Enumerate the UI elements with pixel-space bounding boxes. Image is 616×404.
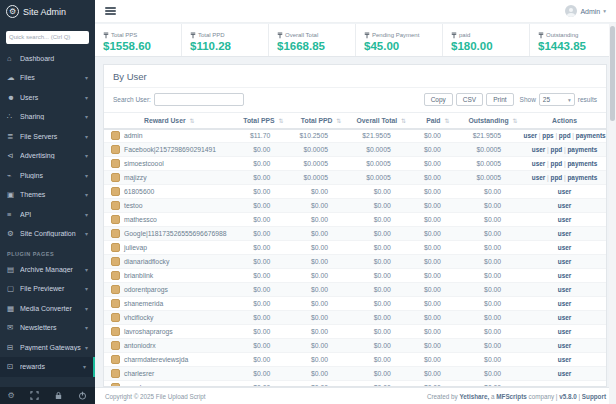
- power-icon[interactable]: [78, 391, 87, 400]
- action-user-link[interactable]: user: [524, 132, 538, 139]
- action-user-link[interactable]: user: [558, 202, 572, 209]
- column-header[interactable]: Total PPD ⇅: [292, 113, 350, 129]
- action-ppd-link[interactable]: ppd: [551, 146, 563, 153]
- action-user-link[interactable]: user: [532, 174, 546, 181]
- sidebar-item[interactable]: ▣ Themes ▾: [0, 185, 95, 205]
- action-user-link[interactable]: user: [558, 216, 572, 223]
- user-avatar-icon: [111, 313, 120, 322]
- action-user-link[interactable]: user: [558, 244, 572, 251]
- sidebar-item[interactable]: ▦ Media Converter ▾: [0, 299, 95, 319]
- reward-user-name: Facebook|2157298690291491: [124, 146, 216, 153]
- outstanding-cell: $0.0005: [463, 143, 523, 157]
- sidebar: ⚙ Site Admin ⌂ Dashboard ☁ Files ▾: [0, 0, 95, 404]
- chevron-down-icon: ▾: [85, 94, 88, 101]
- stat-card: Pending Payment $45.00: [356, 24, 443, 56]
- action-user-link[interactable]: user: [558, 300, 572, 307]
- users-icon: ☻: [7, 93, 20, 102]
- column-header[interactable]: Paid ⇅: [413, 113, 463, 129]
- action-user-link[interactable]: user: [532, 160, 546, 167]
- sidebar-menu: ⌂ Dashboard ☁ Files ▾ ☻ Users ▾ ∴: [0, 49, 95, 244]
- column-header[interactable]: Total PPS ⇅: [235, 113, 293, 129]
- action-user-link[interactable]: user: [558, 328, 572, 335]
- actions-cell: user: [523, 339, 606, 353]
- settings-icon[interactable]: ⚙: [8, 392, 15, 400]
- action-pps-link[interactable]: pps: [542, 132, 553, 139]
- sidebar-item[interactable]: ⌁ Plugins ▾: [0, 166, 95, 186]
- sidebar-item[interactable]: ▤ Archive Manager ▾: [0, 260, 95, 280]
- scrollbar-track[interactable]: [609, 24, 616, 404]
- money-icon: [103, 32, 109, 39]
- sidebar-item[interactable]: ⊟ Payment Gateways ▾: [0, 338, 95, 358]
- sidebar-item[interactable]: ⚙ Site Configuration ▾: [0, 224, 95, 244]
- chevron-down-icon: ▾: [85, 344, 88, 351]
- total-pps-cell: $0.00: [235, 143, 293, 157]
- media-icon: ▦: [7, 304, 20, 313]
- action-user-link[interactable]: user: [558, 286, 572, 293]
- paid-cell: $0.00: [413, 129, 463, 143]
- home-icon: ⌂: [7, 54, 20, 63]
- user-menu[interactable]: Admin ▾: [565, 5, 606, 17]
- scrollbar-thumb[interactable]: [610, 26, 615, 121]
- mfscripts-link[interactable]: MFScripts: [496, 393, 526, 400]
- action-ppd-link[interactable]: ppd: [551, 160, 563, 167]
- action-user-link[interactable]: user: [558, 230, 572, 237]
- total-pps-cell: $0.00: [235, 171, 293, 185]
- export-button[interactable]: Copy: [424, 93, 453, 106]
- column-header[interactable]: Actions: [523, 113, 606, 129]
- column-header[interactable]: Outstanding ⇅: [463, 113, 523, 129]
- overall-total-cell: $0.00: [350, 283, 413, 297]
- user-avatar-icon: [111, 243, 120, 252]
- action-user-link[interactable]: user: [558, 258, 572, 265]
- action-user-link[interactable]: user: [558, 356, 572, 363]
- total-pps-cell: $0.00: [235, 199, 293, 213]
- overall-total-cell: $0.00: [350, 353, 413, 367]
- export-button[interactable]: Print: [486, 93, 513, 106]
- reward-user-name: odorentparogs: [124, 286, 168, 293]
- action-payments-link[interactable]: payments: [567, 174, 597, 181]
- sidebar-item[interactable]: ⌂ Dashboard: [0, 49, 95, 69]
- search-user-input[interactable]: [154, 93, 244, 106]
- action-payments-link[interactable]: payments: [576, 132, 606, 139]
- quick-search-input[interactable]: [6, 31, 89, 44]
- table-body: admin $11.70 $10.2505 $21.9505 $0.00 $21…: [104, 129, 606, 388]
- action-user-link[interactable]: user: [558, 272, 572, 279]
- sidebar-item[interactable]: ▢ File Previewer ▾: [0, 279, 95, 299]
- sidebar-item[interactable]: ✉ Newsletters ▾: [0, 318, 95, 338]
- actions-cell: user: [523, 199, 606, 213]
- user-avatar-icon: [111, 271, 120, 280]
- sidebar-item[interactable]: ≡ API ▾: [0, 205, 95, 225]
- by-user-panel: By User Search User: Copy CSV Print Show…: [103, 64, 607, 387]
- paid-cell: $0.00: [413, 339, 463, 353]
- column-header[interactable]: Overall Total ⇅: [350, 113, 413, 129]
- action-payments-link[interactable]: payments: [567, 146, 597, 153]
- sidebar-item[interactable]: ☻ Users ▾: [0, 88, 95, 108]
- support-link[interactable]: Support: [582, 393, 606, 400]
- action-user-link[interactable]: user: [558, 370, 572, 377]
- column-header[interactable]: Reward User ⇅: [104, 113, 235, 129]
- action-payments-link[interactable]: payments: [567, 160, 597, 167]
- action-ppd-link[interactable]: ppd: [559, 132, 571, 139]
- action-user-link[interactable]: user: [558, 342, 572, 349]
- sidebar-item[interactable]: ≣ File Servers ▾: [0, 127, 95, 147]
- show-entries-select[interactable]: 25 ▾: [539, 93, 575, 106]
- stat-label: Pending Payment: [372, 32, 419, 38]
- action-user-link[interactable]: user: [558, 314, 572, 321]
- stat-value: $45.00: [364, 40, 434, 52]
- total-pps-cell: $0.00: [235, 297, 293, 311]
- lock-icon[interactable]: [54, 391, 63, 400]
- sidebar-item[interactable]: ∴ Sharing ▾: [0, 107, 95, 127]
- yetishare-link[interactable]: Yetishare,: [460, 393, 490, 400]
- sort-icon: ⇅: [401, 118, 406, 124]
- action-user-link[interactable]: user: [532, 146, 546, 153]
- action-user-link[interactable]: user: [558, 188, 572, 195]
- menu-toggle-icon[interactable]: [105, 5, 116, 16]
- fullscreen-icon[interactable]: [30, 391, 39, 400]
- action-ppd-link[interactable]: ppd: [551, 174, 563, 181]
- database-icon: ≡: [7, 210, 20, 219]
- sidebar-item[interactable]: ⊡ rewards ▾: [0, 357, 95, 377]
- sidebar-item[interactable]: ☁ Files ▾: [0, 68, 95, 88]
- export-button[interactable]: CSV: [456, 93, 483, 106]
- paid-cell: $0.00: [413, 311, 463, 325]
- sidebar-item[interactable]: ⊲ Advertising ▾: [0, 146, 95, 166]
- table-row: admin $11.70 $10.2505 $21.9505 $0.00 $21…: [104, 129, 606, 143]
